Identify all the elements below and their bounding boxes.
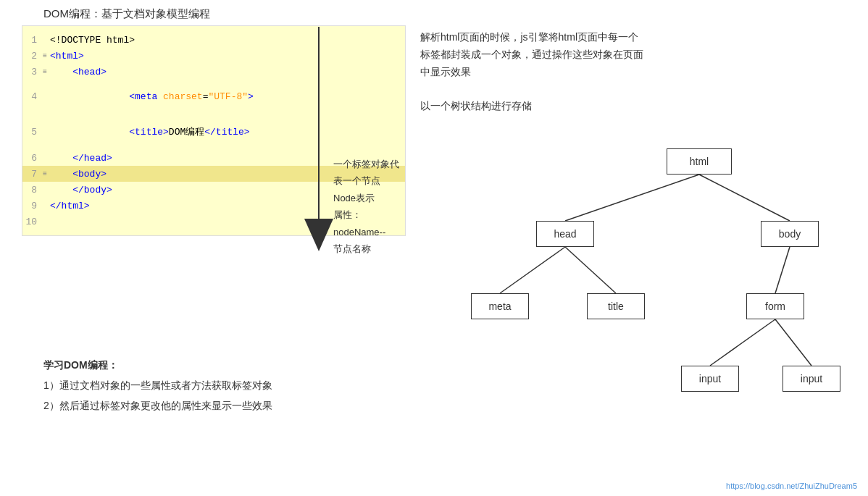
- tree-node-title: title: [587, 293, 645, 319]
- description-text: 解析html页面的时候，js引擎将html页面中每一个 标签都封装成一个对象，通…: [420, 29, 652, 115]
- tree-node-head: head: [536, 221, 594, 247]
- tree-node-input1: input: [681, 366, 739, 392]
- desc-line4: 以一个树状结构进行存储: [420, 98, 652, 115]
- code-line-3: 3 ≡ <head>: [22, 64, 405, 80]
- tree-connections: [442, 141, 848, 387]
- annotation-line: 表一个节点: [333, 172, 399, 189]
- svg-marker-1: [304, 219, 333, 251]
- line-number: 10: [22, 217, 43, 227]
- tree-node-input2: input: [783, 366, 840, 392]
- dom-tree-diagram: html head body meta title form input inp…: [442, 141, 848, 387]
- svg-line-8: [775, 319, 811, 366]
- code-line-1: 1 <!DOCTYPE html>: [22, 32, 405, 48]
- code-text: <meta charset="UTF-8">: [50, 80, 405, 113]
- line-number: 3: [22, 67, 43, 77]
- svg-line-7: [710, 319, 775, 366]
- svg-line-4: [500, 247, 565, 293]
- annotation-line: nodeName--: [333, 224, 399, 240]
- tree-node-html: html: [667, 148, 732, 175]
- learning-item-2: 2）然后通过标签对象更改他的属性来显示一些效果: [43, 395, 272, 416]
- svg-line-6: [775, 247, 790, 293]
- line-number: 1: [22, 35, 43, 46]
- line-number: 8: [22, 185, 43, 196]
- tree-node-body: body: [761, 221, 819, 247]
- page-title: DOM编程：基于文档对象模型编程: [43, 7, 210, 21]
- watermark: https://blog.csdn.net/ZhuiZhuDream5: [726, 482, 857, 490]
- annotation-line: 属性：: [333, 206, 399, 223]
- annotation-line: 一个标签对象代: [333, 156, 399, 172]
- code-text: <html>: [50, 51, 405, 62]
- desc-line3: 中显示效果: [420, 64, 652, 81]
- line-number: 9: [22, 201, 43, 211]
- annotation-text: 一个标签对象代 表一个节点 Node表示 属性： nodeName-- 节点名称: [333, 156, 399, 257]
- svg-line-3: [699, 175, 790, 221]
- line-number: 6: [22, 153, 43, 164]
- tree-node-form: form: [746, 293, 804, 319]
- code-text: <head>: [50, 67, 405, 77]
- code-line-5: 5 <title>DOM编程</title>: [22, 114, 405, 150]
- code-line-4: 4 <meta charset="UTF-8">: [22, 80, 405, 114]
- desc-line1: 解析html页面的时候，js引擎将html页面中每一个: [420, 29, 652, 46]
- learning-title: 学习DOM编程：: [43, 355, 272, 375]
- svg-line-2: [565, 175, 699, 221]
- annotation-line: 节点名称: [333, 240, 399, 257]
- annotation-line: Node表示: [333, 190, 399, 206]
- code-line-2: 2 ≡ <html>: [22, 48, 405, 64]
- line-number: 7: [22, 169, 43, 180]
- tree-node-meta: meta: [471, 293, 529, 319]
- learning-section: 学习DOM编程： 1）通过文档对象的一些属性或者方法获取标签对象 2）然后通过标…: [43, 355, 272, 416]
- code-text: <!DOCTYPE html>: [50, 35, 405, 46]
- line-number: 4: [22, 91, 43, 102]
- code-text: <title>DOM编程</title>: [50, 114, 405, 149]
- svg-line-5: [565, 247, 616, 293]
- desc-line2: 标签都封装成一个对象，通过操作这些对象在页面: [420, 46, 652, 64]
- line-number: 2: [22, 51, 43, 62]
- line-number: 5: [22, 127, 43, 138]
- learning-item-1: 1）通过文档对象的一些属性或者方法获取标签对象: [43, 375, 272, 395]
